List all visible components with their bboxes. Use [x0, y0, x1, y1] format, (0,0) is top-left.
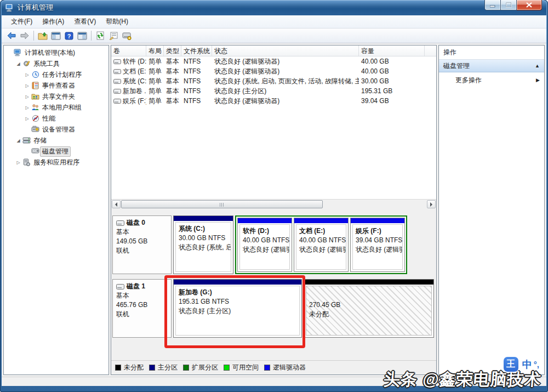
column-header-filesystem[interactable]: 文件系统 [181, 46, 212, 56]
help-icon[interactable]: ? [62, 30, 76, 42]
column-header-type[interactable]: 类型 [164, 46, 181, 56]
disk-type: 基本 [116, 228, 168, 237]
expand-toggle[interactable]: ▷ [24, 105, 31, 110]
menu-file[interactable]: 文件(F) [6, 16, 37, 27]
ime-badge-icon[interactable]: 王 [504, 357, 518, 372]
expand-toggle[interactable]: ◢ [15, 61, 22, 66]
tree-item-device-manager[interactable]: 设备管理器 [4, 124, 109, 135]
computer-management-window: 计算机管理 文件(F) 操作(A) 查看(V) 帮助(H) ? [0, 0, 548, 392]
volume-row-g[interactable]: 新加卷 ... 简单 基本 NTFS 状态良好 (主分区) 195.31 GB [111, 86, 436, 96]
minimize-button[interactable] [484, 0, 501, 10]
folder-up-icon[interactable] [36, 30, 49, 42]
expand-toggle[interactable]: ▷ [24, 94, 31, 99]
disk-type: 基本 [116, 291, 168, 300]
tree-item-event-viewer[interactable]: ▷ 事件查看器 [4, 80, 109, 91]
console-tree: 计算机管理(本地) ◢ 系统工具 ▷ 任务计划程序 ▷ 事件查看器 ▷ 共享文件… [3, 45, 109, 375]
actions-pane: 操作 磁盘管理 ▲ 更多操作 ▶ [438, 45, 545, 375]
event-viewer-icon [31, 82, 40, 90]
partition-new-volume-g[interactable]: 新加卷 (G:) 195.31 GB NTFS 状态良好 (主分区) [173, 279, 302, 338]
disk-0-info[interactable]: 磁盘 0 基本 149.05 GB 联机 [112, 215, 172, 274]
column-header-capacity[interactable]: 容量 [359, 46, 425, 56]
tree-item-system-tools[interactable]: ◢ 系统工具 [4, 58, 109, 69]
partition-name: 娱乐 (F:) [356, 226, 399, 236]
disk-name: 磁盘 0 [127, 218, 145, 228]
ime-indicator[interactable]: 王 中 °, [504, 357, 539, 372]
tree-item-performance[interactable]: ▷ 性能 [4, 113, 109, 124]
app-icon [5, 3, 15, 12]
menu-help[interactable]: 帮助(H) [101, 16, 133, 27]
expand-toggle[interactable]: ◢ [15, 138, 22, 143]
collapse-icon[interactable]: ▲ [535, 63, 540, 69]
computer-icon [13, 49, 22, 57]
tree-item-local-users-groups[interactable]: ▷ 本地用户和组 [4, 102, 109, 113]
expand-toggle[interactable]: ▷ [24, 116, 31, 121]
volume-row-f[interactable]: 娱乐 (F:) 简单 基本 NTFS 状态良好 (逻辑驱动器) 39.04 GB [111, 96, 436, 106]
close-button[interactable] [517, 0, 542, 10]
expand-toggle[interactable]: ▷ [15, 160, 22, 165]
ime-punctuation-mode[interactable]: °, [534, 360, 539, 369]
window-title: 计算机管理 [18, 3, 53, 13]
toolbar-separator [33, 31, 34, 41]
refresh-icon[interactable] [94, 30, 107, 42]
more-actions-item[interactable]: 更多操作 ▶ [439, 72, 544, 88]
back-icon[interactable] [5, 30, 18, 42]
properties-icon[interactable] [107, 30, 120, 42]
volume-row-c[interactable]: 系统 (C:) 简单 基本 NTFS 状态良好 (系统, 启动, 页面文件, 活… [111, 76, 436, 86]
column-header-status[interactable]: 状态 [212, 46, 359, 56]
partition-system-c[interactable]: 系统 (C:) 30.00 GB NTFS 状态良好 (系统, 启动, 页面文件… [173, 215, 233, 274]
disk-settings-icon[interactable] [120, 30, 133, 42]
disk-1-info[interactable]: 磁盘 1 基本 465.76 GB 联机 [112, 279, 172, 338]
partition-name: 系统 (C:) [179, 224, 228, 234]
partition-software-d[interactable]: 软件 (D:) 40.00 GB NTFS 状态良好 (逻辑驱动器) [237, 218, 292, 272]
partition-status: 状态良好 (逻辑驱动器) [356, 245, 399, 254]
device-manager-icon [31, 126, 40, 134]
unallocated-size: 270.45 GB [309, 300, 429, 310]
expand-toggle[interactable]: ▷ [24, 72, 31, 77]
scroll-left-button[interactable] [112, 200, 121, 208]
column-header-volume[interactable]: 卷 [111, 46, 146, 56]
volume-icon [113, 69, 121, 74]
horizontal-scrollbar[interactable] [111, 199, 436, 208]
legend-unallocated: 未分配 [115, 363, 144, 372]
legend-swatch [183, 365, 189, 371]
show-console-tree-icon[interactable] [49, 30, 62, 42]
disk-size: 149.05 GB [116, 237, 168, 246]
menu-view[interactable]: 查看(V) [69, 16, 101, 27]
tree-item-disk-management[interactable]: 磁盘管理 [4, 146, 109, 157]
volume-icon [113, 99, 121, 104]
title-bar: 计算机管理 [2, 0, 546, 15]
tree-item-services-applications[interactable]: ▷ 服务和应用程序 [4, 157, 109, 168]
volume-icon [113, 79, 121, 84]
tree-item-shared-folders[interactable]: ▷ 共享文件夹 [4, 91, 109, 102]
tree-item-computer-management[interactable]: 计算机管理(本地) [4, 47, 109, 58]
local-users-icon [31, 104, 40, 112]
volume-list: 卷 布局 类型 文件系统 状态 容量 软件 (D:) 简单 基本 NTFS 状态… [111, 46, 436, 199]
volume-row-d[interactable]: 软件 (D:) 简单 基本 NTFS 状态良好 (逻辑驱动器) 40.00 GB [111, 56, 436, 66]
graphical-view: 磁盘 0 基本 149.05 GB 联机 系统 (C:) 30.00 GB NT… [111, 208, 436, 374]
tree-item-storage[interactable]: ◢ 存储 [4, 135, 109, 146]
unallocated-space[interactable]: 270.45 GB 未分配 [304, 279, 434, 338]
partition-entertainment-f[interactable]: 娱乐 (F:) 39.04 GB NTFS 状态良好 (逻辑驱动器) [350, 218, 405, 272]
disk-size: 465.76 GB [116, 300, 168, 310]
partition-name: 新加卷 (G:) [179, 288, 296, 297]
disk-1-row: 磁盘 1 基本 465.76 GB 联机 新加卷 (G:) 195.31 GB … [112, 279, 435, 338]
legend-logical-drive: 逻辑驱动器 [264, 363, 306, 372]
scrollbar-thumb[interactable] [121, 200, 323, 208]
partition-documents-e[interactable]: 文档 (E:) 40.00 GB NTFS 状态良好 (逻辑驱动器) [294, 218, 349, 272]
partition-color-bar [304, 280, 433, 285]
forward-icon[interactable] [18, 30, 31, 42]
disk-1-partitions: 新加卷 (G:) 195.31 GB NTFS 状态良好 (主分区) 270.4… [173, 279, 434, 338]
scroll-right-button[interactable] [427, 200, 436, 208]
menu-action[interactable]: 操作(A) [37, 16, 69, 27]
partition-name: 文档 (E:) [299, 226, 343, 236]
disk-management-icon [31, 147, 40, 156]
actions-section-disk-management[interactable]: 磁盘管理 ▲ [439, 60, 544, 72]
maximize-button[interactable] [501, 0, 517, 10]
column-header-layout[interactable]: 布局 [146, 46, 164, 56]
volume-row-e[interactable]: 文档 (E:) 简单 基本 NTFS 状态良好 (逻辑驱动器) 40.00 GB [111, 66, 436, 76]
ime-language-mode[interactable]: 中 [522, 358, 532, 371]
column-header-clipped[interactable] [425, 46, 436, 56]
expand-toggle[interactable]: ▷ [24, 83, 31, 88]
tree-item-task-scheduler[interactable]: ▷ 任务计划程序 [4, 69, 109, 80]
show-action-pane-icon[interactable] [76, 30, 89, 42]
